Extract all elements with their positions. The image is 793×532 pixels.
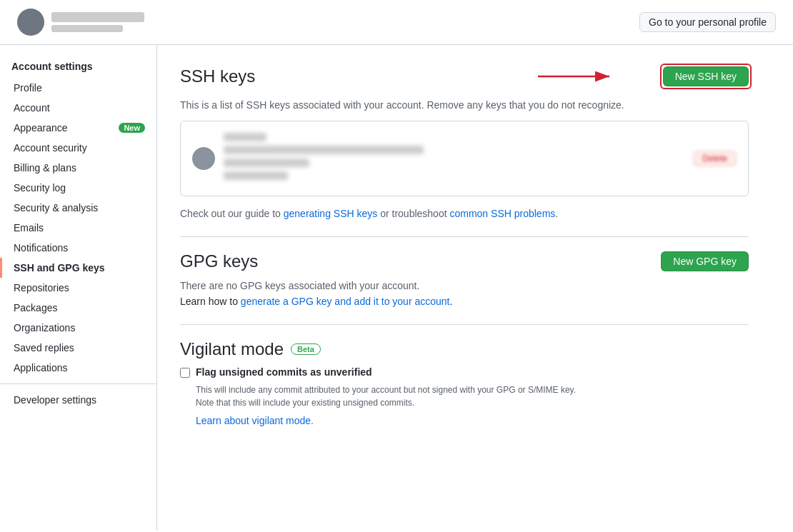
vigilant-section: Vigilant mode Beta Flag unsigned commits…: [180, 339, 749, 426]
gpg-section-header: GPG keys New GPG key: [180, 251, 749, 271]
main-content: SSH keys New SSH key This is a list of S…: [157, 45, 772, 531]
sidebar-divider: [0, 383, 156, 384]
section-divider-1: [180, 236, 749, 237]
ssh-key-name-blurred: [224, 133, 266, 141]
sidebar-label-repositories: Repositories: [14, 282, 69, 293]
sidebar-item-ssh-gpg[interactable]: SSH and GPG keys: [0, 258, 156, 278]
ssh-key-card: Delete: [180, 121, 749, 196]
sidebar-label-security-log: Security log: [14, 182, 66, 194]
top-bar-left: [17, 9, 144, 36]
gpg-learn-text: Learn how to generate a GPG key and add …: [180, 296, 749, 307]
gpg-learn-prefix: Learn how to: [180, 296, 241, 307]
section-divider-2: [180, 324, 749, 325]
sidebar-item-saved-replies[interactable]: Saved replies: [0, 338, 156, 358]
ssh-key-date-blurred: [224, 159, 309, 167]
guide-mid: or troubleshoot: [377, 208, 449, 219]
sidebar-item-billing[interactable]: Billing & plans: [0, 158, 156, 178]
checkbox-desc-1: This will include any commit attributed …: [196, 383, 749, 409]
ssh-key-avatar: [192, 147, 215, 170]
checkbox-row: Flag unsigned commits as unverified: [180, 366, 749, 378]
sidebar-item-notifications[interactable]: Notifications: [0, 238, 156, 258]
username-text: [51, 12, 144, 22]
sidebar-label-emails: Emails: [14, 222, 44, 234]
new-gpg-key-button[interactable]: New GPG key: [661, 251, 749, 271]
new-ssh-wrapper: New SSH key: [663, 66, 749, 86]
guide-link-common[interactable]: common SSH problems: [449, 208, 555, 219]
sidebar-item-security-analysis[interactable]: Security & analysis: [0, 198, 156, 218]
sidebar-item-emails[interactable]: Emails: [0, 218, 156, 238]
ssh-key-delete-button[interactable]: Delete: [693, 151, 737, 166]
sidebar-label-appearance: Appearance: [14, 122, 68, 134]
guide-prefix: Check out our guide to: [180, 208, 284, 219]
sidebar-label-billing: Billing & plans: [14, 162, 76, 174]
sidebar-label-saved-replies: Saved replies: [14, 342, 74, 353]
sidebar-label-profile: Profile: [14, 82, 42, 94]
sidebar-item-security-log[interactable]: Security log: [0, 178, 156, 198]
sidebar-label-security-analysis: Security & analysis: [14, 202, 98, 214]
sidebar-item-account[interactable]: Account: [0, 98, 156, 118]
ssh-key-info: [224, 133, 684, 184]
vigilant-learn-link-wrapper: Learn about vigilant mode.: [196, 415, 749, 426]
vigilant-title: Vigilant mode: [180, 339, 284, 359]
new-ssh-key-button[interactable]: New SSH key: [663, 66, 749, 86]
ssh-key-fingerprint-blurred: [224, 146, 424, 154]
username-block: [51, 12, 144, 32]
ssh-description: This is a list of SSH keys associated wi…: [180, 99, 749, 111]
sidebar-label-account-security: Account security: [14, 142, 87, 154]
guide-suffix: .: [555, 208, 558, 219]
badge-new: New: [119, 123, 145, 133]
guide-link-generating[interactable]: generating SSH keys: [284, 208, 378, 219]
personal-profile-button[interactable]: Go to your personal profile: [639, 12, 776, 32]
checkbox-label[interactable]: Flag unsigned commits as unverified: [196, 366, 372, 378]
sidebar: Account settings Profile Account Appeara…: [0, 45, 157, 531]
gpg-title: GPG keys: [180, 251, 258, 271]
sidebar-label-organizations: Organizations: [14, 322, 75, 333]
sidebar-label-account: Account: [14, 102, 50, 114]
ssh-title: SSH keys: [180, 66, 255, 86]
sidebar-item-appearance[interactable]: Appearance New: [0, 118, 156, 138]
vigilant-checkbox[interactable]: [180, 368, 190, 378]
gpg-no-keys-text: There are no GPG keys associated with yo…: [180, 280, 749, 291]
avatar: [17, 9, 44, 36]
ssh-section-header: SSH keys New SSH key: [180, 62, 749, 91]
sidebar-item-organizations[interactable]: Organizations: [0, 318, 156, 338]
sidebar-label-notifications: Notifications: [14, 242, 68, 254]
top-bar: Go to your personal profile: [0, 0, 793, 45]
sidebar-item-account-security[interactable]: Account security: [0, 138, 156, 158]
username-sub: [51, 25, 123, 32]
sidebar-heading: Account settings: [0, 56, 156, 78]
sidebar-item-applications[interactable]: Applications: [0, 358, 156, 378]
sidebar-item-developer-settings[interactable]: Developer settings: [0, 390, 156, 410]
sidebar-item-packages[interactable]: Packages: [0, 298, 156, 318]
sidebar-label-ssh-gpg: SSH and GPG keys: [14, 262, 105, 273]
sidebar-item-repositories[interactable]: Repositories: [0, 278, 156, 298]
arrow-annotation: [534, 62, 620, 91]
sidebar-label-developer-settings: Developer settings: [14, 394, 96, 406]
ssh-key-extra-blurred: [224, 171, 288, 180]
sidebar-label-packages: Packages: [14, 302, 57, 313]
badge-beta: Beta: [291, 343, 321, 355]
gpg-learn-suffix: .: [449, 296, 452, 307]
vigilant-learn-link[interactable]: Learn about vigilant mode.: [196, 415, 314, 426]
layout: Account settings Profile Account Appeara…: [0, 45, 793, 531]
sidebar-item-profile[interactable]: Profile: [0, 78, 156, 98]
sidebar-label-applications: Applications: [14, 362, 68, 373]
ssh-guide-text: Check out our guide to generating SSH ke…: [180, 208, 749, 219]
gpg-learn-link[interactable]: generate a GPG key and add it to your ac…: [241, 296, 450, 307]
vigilant-header: Vigilant mode Beta: [180, 339, 749, 359]
